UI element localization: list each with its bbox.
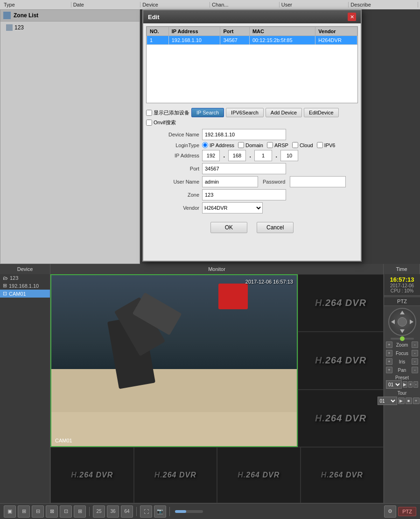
login-domain-radio-label[interactable]: Domain xyxy=(238,142,263,148)
ptz-left-arrow[interactable] xyxy=(391,320,395,324)
preset-set-button[interactable]: ▶ xyxy=(403,381,407,388)
ptz-right-arrow[interactable] xyxy=(410,320,413,324)
layout-64-button[interactable]: 64 xyxy=(121,505,133,518)
ok-button[interactable]: OK xyxy=(210,222,247,233)
dvr-logo-1: H.264 DVR xyxy=(315,298,366,308)
cam-cell-side-2[interactable]: H.264 DVR xyxy=(298,332,384,389)
zoom-minus-button[interactable]: + xyxy=(386,341,392,348)
layout-25-button[interactable]: 25 xyxy=(93,505,105,518)
ptz-slider[interactable] xyxy=(391,338,414,340)
layout-5x5-button[interactable]: ⊡ xyxy=(60,505,72,518)
layout-36-button[interactable]: 36 xyxy=(107,505,119,518)
settings-button[interactable]: ⚙ xyxy=(384,505,396,518)
username-input[interactable] xyxy=(202,176,258,187)
zoom-plus-button[interactable]: - xyxy=(412,341,418,348)
login-ip-radio-label[interactable]: IP Address xyxy=(202,142,234,148)
ip-seg-2[interactable] xyxy=(228,150,246,161)
cam-cell-bottom-1[interactable]: H.264 DVR xyxy=(50,447,134,503)
fullscreen-button[interactable]: ⛶ xyxy=(140,505,152,518)
ptz-compass-center[interactable] xyxy=(398,317,407,327)
show-added-checkbox[interactable] xyxy=(146,110,152,116)
ip-search-button[interactable]: IP Search xyxy=(191,108,224,117)
cam-cell-side-1[interactable]: H.264 DVR xyxy=(298,274,384,332)
cam-cell-bottom-4[interactable]: H.264 DVR xyxy=(301,447,384,503)
zone-input[interactable] xyxy=(202,189,286,200)
device-table-container: NO. IP Address Port MAC Vendor 1 192.168… xyxy=(146,26,358,103)
bottom-header: Device Monitor Time xyxy=(0,264,420,274)
password-input[interactable] xyxy=(290,176,346,187)
login-arsp-radio-label[interactable]: ARSP xyxy=(267,142,288,148)
login-type-label: LoginType xyxy=(148,142,199,148)
ptz-down-arrow[interactable] xyxy=(400,329,405,333)
snapshot-button[interactable]: 📷 xyxy=(154,505,166,518)
device-table: NO. IP Address Port MAC Vendor 1 192.168… xyxy=(147,27,357,45)
iris-plus-button[interactable]: - xyxy=(412,358,418,365)
port-input[interactable] xyxy=(202,163,286,174)
tour-add-button[interactable]: + xyxy=(413,398,420,404)
layout-2x2-button[interactable]: ⊞ xyxy=(18,505,30,518)
login-ipv6-radio-label[interactable]: IPV6 xyxy=(317,142,336,148)
top-bar: Type Date Device Chan... User Describe xyxy=(0,0,420,9)
layout-1x1-button[interactable]: ▣ xyxy=(4,505,16,518)
edit-device-button[interactable]: EditDevice xyxy=(304,108,339,117)
device-name-input[interactable] xyxy=(202,129,286,140)
device-name-label: Device Name xyxy=(148,132,199,137)
table-row[interactable]: 1 192.168.1.10 34567 00:12:15:2b:5f:85 H… xyxy=(147,36,357,45)
preset-del-button[interactable]: - xyxy=(413,381,418,388)
preset-select[interactable]: 01 xyxy=(386,380,402,389)
onvif-checkbox-label[interactable]: Onvif搜索 xyxy=(146,119,176,126)
iris-label: Iris xyxy=(399,359,405,364)
cancel-button[interactable]: Cancel xyxy=(257,222,294,233)
login-domain-check[interactable] xyxy=(238,142,244,148)
pan-minus-button[interactable]: + xyxy=(386,367,392,373)
onvif-checkbox[interactable] xyxy=(146,120,152,126)
ptz-up-arrow[interactable] xyxy=(400,311,405,314)
dialog-titlebar: Edit ✕ xyxy=(143,10,361,23)
login-ipv6-check[interactable] xyxy=(317,142,323,148)
ip-seg-3[interactable] xyxy=(254,150,272,161)
ip-seg-1[interactable] xyxy=(202,150,220,161)
cam-main[interactable]: 2017-12-06 16:57:13 CAM01 xyxy=(50,274,298,447)
ptz-compass-outer[interactable] xyxy=(388,308,416,336)
login-cloud-radio-label[interactable]: Cloud xyxy=(292,142,313,148)
tour-select[interactable]: 01 xyxy=(378,397,397,405)
cam-cell-bottom-3[interactable]: H.264 DVR xyxy=(217,447,301,503)
col-chan: Chan... xyxy=(210,2,280,7)
cam-icon: ⊡ xyxy=(3,291,7,297)
cam-cell-bottom-2[interactable]: H.264 DVR xyxy=(134,447,217,503)
cam-cell-side-3[interactable]: H.264 DVR xyxy=(298,390,384,447)
show-added-checkbox-label[interactable]: 显示已添加设备 xyxy=(146,109,189,116)
device-item-ip[interactable]: ⊞ 192.168.1.10 xyxy=(0,282,50,290)
iris-control-row: + Iris - xyxy=(384,357,420,366)
ptz-label: PTZ xyxy=(384,297,420,306)
dialog-close-button[interactable]: ✕ xyxy=(348,13,356,21)
device-item-cam[interactable]: ⊡ CAM01 xyxy=(0,290,50,298)
col-no: NO. xyxy=(147,27,169,36)
focus-plus-button[interactable]: - xyxy=(412,350,418,356)
username-password-row: Password xyxy=(202,176,356,187)
login-arsp-check[interactable] xyxy=(267,142,273,148)
zone-item[interactable]: 123 xyxy=(4,23,136,32)
ptz-compass[interactable] xyxy=(388,308,416,336)
add-device-button[interactable]: Add Device xyxy=(266,108,302,117)
login-ip-radio[interactable] xyxy=(202,142,208,148)
volume-slider[interactable] xyxy=(175,510,203,513)
ipv6-search-button[interactable]: IPV6Search xyxy=(226,108,264,117)
focus-minus-button[interactable]: + xyxy=(386,350,392,356)
preset-go-button[interactable]: + xyxy=(408,381,413,388)
ptz-toggle-button[interactable]: PTZ xyxy=(398,507,416,516)
ip-icon: ⊞ xyxy=(3,283,7,289)
layout-3x3-button[interactable]: ⊟ xyxy=(32,505,44,518)
cam-label: CAM01 xyxy=(55,438,72,443)
device-item-zone[interactable]: 🗁 123 xyxy=(0,274,50,282)
vendor-select[interactable]: H264DVR ONVIF Other xyxy=(202,202,263,213)
tour-play-button[interactable]: ▶ xyxy=(398,398,405,404)
iris-minus-button[interactable]: + xyxy=(386,358,392,365)
ip-seg-4[interactable] xyxy=(280,150,298,161)
pan-plus-button[interactable]: - xyxy=(412,367,418,373)
tour-stop-button[interactable]: ■ xyxy=(406,398,412,404)
layout-4x4-button[interactable]: ⊠ xyxy=(46,505,58,518)
layout-custom-button[interactable]: ⊞ xyxy=(74,505,86,518)
col-describe: Describe xyxy=(349,2,418,7)
login-cloud-check[interactable] xyxy=(292,142,298,148)
